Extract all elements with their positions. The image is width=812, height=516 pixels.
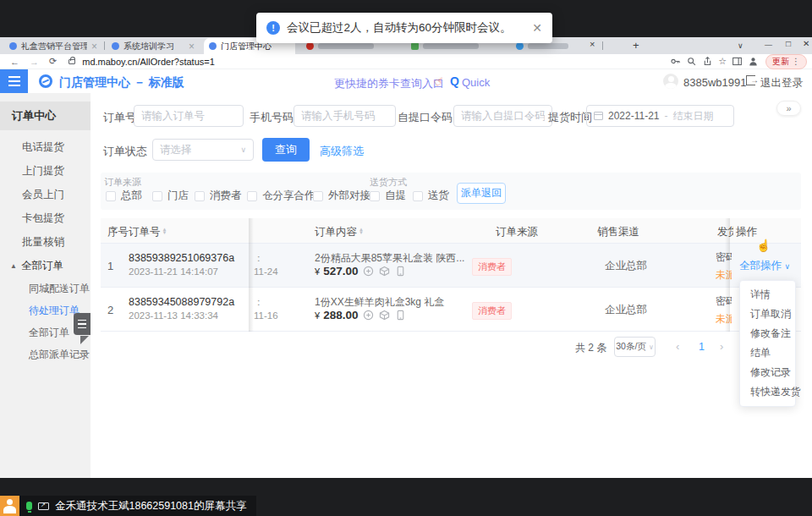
new-tab-button[interactable]: + <box>633 39 639 52</box>
sort-icon[interactable]: ▲▼ <box>162 228 167 234</box>
tab-close-icon[interactable]: × <box>590 39 595 49</box>
share-icon[interactable] <box>702 56 713 67</box>
sidebar-item-card-pickup[interactable]: 卡包提货 <box>0 206 91 230</box>
checkbox-icon[interactable] <box>195 191 205 201</box>
row-content: 2份精品大果85苹果礼盒装 陕西... <box>315 251 464 266</box>
forward-icon[interactable]: → <box>30 57 39 67</box>
tab-title-unreadable <box>423 43 479 49</box>
bookmark-star-icon[interactable]: ☆ <box>718 56 727 67</box>
sidebar-item-phone-pickup[interactable]: 电话提货 <box>0 135 91 159</box>
query-button[interactable]: 查询 <box>262 138 310 162</box>
url-text[interactable]: md.maboy.cn/AllOrder?status=1 <box>82 57 215 67</box>
next-page-icon[interactable]: › <box>720 340 723 353</box>
pagination: 共 2 条 30条/页 ∨ ‹ 1 › <box>91 336 733 358</box>
checkbox-icon[interactable] <box>152 191 162 201</box>
menu-item-edit-history[interactable]: 修改记录 <box>740 363 795 382</box>
menu-item-edit-note[interactable]: 修改备注 <box>740 324 795 343</box>
order-no-input[interactable] <box>134 105 244 127</box>
reload-icon[interactable]: ⟳ <box>49 56 57 67</box>
col-actions: 操作 <box>736 225 757 239</box>
menu-item-cancel-order[interactable]: 订单取消 <box>740 305 795 324</box>
coupon-query-link[interactable]: 更快捷的券卡查询入口 <box>334 76 444 91</box>
sidebar-item-city-delivery-orders[interactable]: 同城配送订单 <box>0 277 91 299</box>
back-icon[interactable]: ← <box>10 57 19 67</box>
tab-favicon <box>9 42 17 50</box>
source-badge: 消费者 <box>472 302 512 320</box>
participant-avatar-icon <box>0 496 19 516</box>
menu-item-close-order[interactable]: 结单 <box>740 343 795 363</box>
sidebar-section-order-center: 订单中心 <box>0 102 91 130</box>
page-size-select[interactable]: 30条/页 ∨ <box>614 337 656 357</box>
checkbox-icon[interactable] <box>106 191 116 201</box>
table-header: 序号 订单号▲▼ 订单内容▲▼ 订单来源 销售渠道 发货 操作 <box>101 218 801 244</box>
checkbox-delivery-send[interactable]: 送货 <box>413 189 449 203</box>
menu-toggle-button[interactable] <box>0 69 28 93</box>
col-shipping: 发货 <box>717 225 733 239</box>
quick-link[interactable]: Quick <box>462 76 490 89</box>
browser-tab-2[interactable]: 系统培训学习 × <box>107 38 201 54</box>
window-close-icon[interactable]: ✕ <box>803 39 809 48</box>
sidebar: 订单中心 电话提货 上门提货 会员上门 卡包提货 批量核销 ▲ 全部订单 同城配… <box>0 93 91 478</box>
checkbox-source-hq[interactable]: 总部 <box>106 189 142 203</box>
checkbox-source-external[interactable]: 外部对接 <box>313 189 370 203</box>
checkbox-source-consumer[interactable]: 消费者 <box>195 189 242 203</box>
prev-page-icon[interactable]: ‹ <box>676 340 679 353</box>
actions-menu: 详情 订单取消 修改备注 结单 修改记录 转快递发货 <box>739 280 796 407</box>
side-panel-icon[interactable] <box>732 56 743 67</box>
collapse-panel-button[interactable]: » <box>776 101 801 116</box>
menu-item-switch-express[interactable]: 转快递发货 <box>740 382 795 402</box>
col-order-no[interactable]: 订单号▲▼ <box>129 225 167 239</box>
phone-input[interactable] <box>294 105 396 127</box>
pickup-time-range-input[interactable]: 2022-11-21 - 结束日期 <box>586 105 734 127</box>
checkbox-source-warehouse-share[interactable]: 仓分享合作 <box>247 189 315 203</box>
col-seq: 序号 <box>107 225 129 239</box>
dispatch-return-button[interactable]: 派单退回 <box>457 183 506 204</box>
profile-icon[interactable] <box>748 56 759 67</box>
col-order-content[interactable]: 订单内容▲▼ <box>315 225 364 239</box>
browser-tab-1[interactable]: 礼盒营销平台管理中心 × <box>4 38 103 54</box>
chrome-update-button[interactable]: 更新 ⋮ <box>765 54 807 69</box>
checkbox-source-store[interactable]: 门店 <box>152 189 189 203</box>
browser-menu-dots-icon[interactable]: ⋮ <box>792 57 800 66</box>
sidebar-item-hq-dispatch-records[interactable]: 总部派单记录 <box>0 343 91 365</box>
window-maximize-icon[interactable]: □ <box>786 39 791 48</box>
username: 8385wb1991 <box>683 76 746 89</box>
checkbox-delivery-self-pickup[interactable]: 自提 <box>370 189 406 203</box>
row-channel: 企业总部 <box>605 259 647 273</box>
screenshare-bar: 金禾通技术王斌18662591081的屏幕共享 <box>0 496 256 516</box>
total-count: 共 2 条 <box>575 341 606 355</box>
order-status-label: 订单状态 <box>103 144 147 159</box>
menu-item-details[interactable]: 详情 <box>740 285 795 305</box>
logout-button[interactable]: 退出登录 <box>760 76 803 91</box>
window-minimize-icon[interactable]: — <box>765 41 772 49</box>
side-panel-handle[interactable] <box>74 313 91 335</box>
tab-close-icon[interactable]: × <box>91 41 97 52</box>
key-icon[interactable] <box>670 56 681 67</box>
sidebar-item-door-pickup[interactable]: 上门提货 <box>0 159 91 183</box>
tab-favicon <box>516 42 524 50</box>
app-logo <box>39 74 52 88</box>
sidebar-group-all-orders[interactable]: ▲ 全部订单 <box>0 254 91 277</box>
checkbox-icon[interactable] <box>370 191 380 201</box>
toast-close-icon[interactable]: ✕ <box>532 21 542 35</box>
order-status-select[interactable]: 请选择 ∨ <box>152 139 254 161</box>
window-menu-icon[interactable]: ∨ <box>738 41 743 50</box>
user-avatar[interactable] <box>663 74 678 89</box>
sidebar-item-batch-verify[interactable]: 批量核销 <box>0 230 91 254</box>
checkbox-icon[interactable] <box>313 191 323 201</box>
page-number[interactable]: 1 <box>699 341 705 353</box>
pickup-code-input[interactable] <box>453 105 552 127</box>
checkbox-icon[interactable] <box>413 191 423 201</box>
tab-close-icon[interactable]: × <box>189 41 195 52</box>
sort-icon[interactable]: ▲▼ <box>359 228 364 234</box>
table-row[interactable]: 1 83859389251069376a 2023-11-21 14:14:07… <box>101 244 801 288</box>
advanced-filter-link[interactable]: 高级筛选 <box>320 144 364 159</box>
zoom-icon[interactable] <box>686 56 697 67</box>
row-price: ¥ 527.00 <box>315 265 406 277</box>
tab-favicon <box>112 42 119 50</box>
checkbox-icon[interactable] <box>247 191 257 201</box>
all-actions-dropdown[interactable]: 全部操作 ∨ <box>739 259 790 273</box>
screen: 礼盒营销平台管理中心 × 系统培训学习 × 门店管理中心 <box>0 0 812 516</box>
table-row[interactable]: 2 83859345088979792a 2023-11-13 14:33:34… <box>101 288 801 332</box>
sidebar-item-member-visit[interactable]: 会员上门 <box>0 183 91 206</box>
